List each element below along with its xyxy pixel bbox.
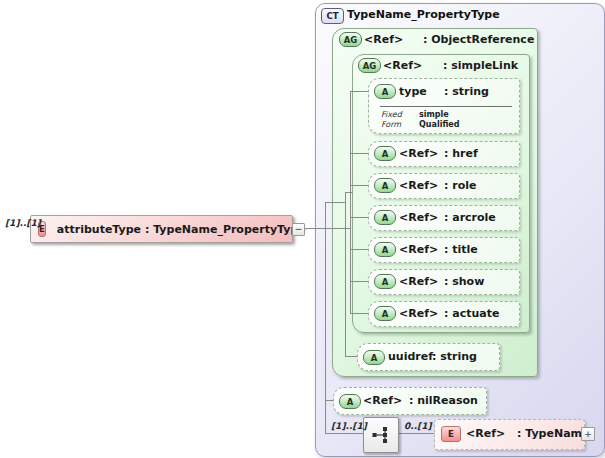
connector-line [303,228,351,229]
facet-label: Form [381,120,401,129]
attribute-name: type [399,85,427,98]
connector-line [350,153,369,154]
attribute-type: : title [444,243,478,256]
connector-line [325,433,363,434]
element-badge: E [441,426,461,442]
facet-value: Qualified [419,120,459,129]
attribute-type: : href [444,147,478,160]
attribute-group-badge: AG [358,58,381,73]
connector-line [325,202,345,203]
sequence-cardinality-right: 0..[1] [404,421,432,431]
attribute-group-type: : simpleLink [443,59,518,72]
attribute-group-type: : ObjectReference [423,33,534,46]
schema-diagram: [1]..[1] E attributeType : TypeName_Prop… [0,0,605,458]
attribute-badge: A [339,394,361,409]
facet-label: Fixed [381,110,402,119]
attribute-group-badge: AG [339,32,362,47]
attribute-badge: A [374,242,396,257]
attribute-name: <Ref> [363,394,402,407]
attribute-type: : string [444,85,489,98]
attribute-badge: A [374,210,396,225]
element-ref-type: : TypeName [517,427,589,440]
connector-line [350,185,369,186]
connector-line [350,281,369,282]
attribute-name: <Ref> [399,147,438,160]
connector-line [350,313,369,314]
complex-type-title: TypeName_PropertyType [347,7,500,22]
plus-icon: + [584,430,592,439]
attribute-name: <Ref> [399,243,438,256]
attribute-name: <Ref> [399,275,438,288]
element-node-attributeType[interactable]: E attributeType : TypeName_PropertyType [30,215,293,243]
connector-line [350,217,369,218]
element-label: attributeType : TypeName_PropertyType [57,223,306,236]
sequence-icon[interactable] [363,417,399,453]
attribute-type: : arcrole [444,211,496,224]
attribute-group-name: <Ref> [364,33,403,46]
attribute-type: : string [432,350,477,363]
attribute-type: : show [444,275,484,288]
collapse-button[interactable]: − [292,223,305,236]
attribute-name: uuidref [388,350,433,363]
expand-button[interactable]: + [581,427,595,441]
attribute-badge: A [374,306,396,321]
attribute-badge: A [374,84,396,99]
attribute-name: <Ref> [399,307,438,320]
attribute-name: <Ref> [399,179,438,192]
facet-separator [380,106,512,107]
connector-line [350,249,369,250]
attribute-type: : nilReason [409,394,478,407]
connector-line [350,91,369,92]
complex-type-badge: CT [321,8,344,24]
element-ref-name: <Ref> [466,427,505,440]
attribute-type: : role [444,179,476,192]
sequence-cardinality-left: [1]..[1] [331,421,367,431]
attribute-type: : actuate [444,307,499,320]
minus-icon: − [295,225,303,234]
element-cardinality-label: [1]..[1] [5,218,41,228]
sequence-glyph [371,425,391,445]
connector-line [345,192,346,357]
attribute-badge: A [374,274,396,289]
facet-value: simple [419,110,449,119]
attribute-name: <Ref> [399,211,438,224]
connector-line [397,433,434,434]
attribute-group-name: <Ref> [383,59,422,72]
connector-line [345,192,353,193]
attribute-badge: A [363,350,385,365]
attribute-badge: A [374,146,396,161]
attribute-badge: A [374,178,396,193]
